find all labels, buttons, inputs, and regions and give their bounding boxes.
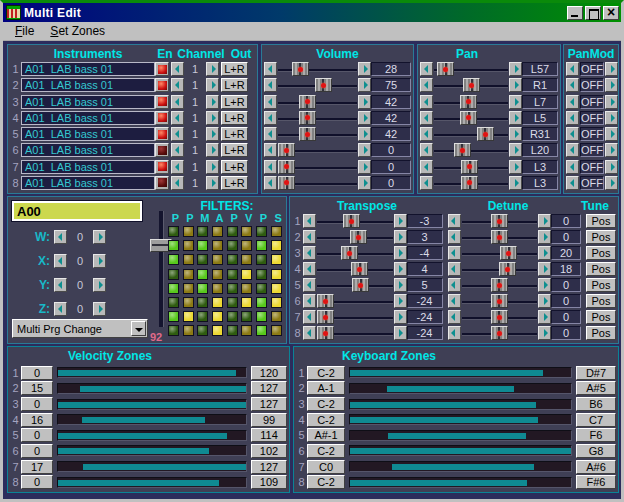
- panmod-increment-button[interactable]: [605, 62, 618, 76]
- minimize-button[interactable]: [567, 6, 583, 20]
- enable-led-button[interactable]: [155, 111, 169, 125]
- transpose-increment-button[interactable]: [394, 262, 407, 276]
- filter-led[interactable]: [271, 269, 282, 280]
- filter-led[interactable]: [256, 254, 267, 265]
- pan-slider-thumb[interactable]: [454, 143, 471, 157]
- tune-pos-button[interactable]: Pos: [586, 214, 616, 228]
- volume-increment-button[interactable]: [358, 78, 371, 92]
- filter-led[interactable]: [197, 254, 208, 265]
- output-button[interactable]: L+R: [221, 143, 248, 157]
- filter-led[interactable]: [183, 240, 194, 251]
- transpose-increment-button[interactable]: [394, 214, 407, 228]
- detune-slider[interactable]: [462, 277, 538, 293]
- instrument-name-field[interactable]: A01 LAB bass 01: [21, 111, 155, 125]
- axis-increment-button[interactable]: [93, 254, 106, 268]
- output-button[interactable]: L+R: [221, 127, 248, 141]
- volume-slider[interactable]: [278, 126, 357, 142]
- filter-led[interactable]: [271, 297, 282, 308]
- panmod-increment-button[interactable]: [605, 78, 618, 92]
- transpose-decrement-button[interactable]: [303, 310, 316, 324]
- detune-increment-button[interactable]: [538, 230, 551, 244]
- volume-decrement-button[interactable]: [264, 62, 277, 76]
- keyboard-low-note-button[interactable]: C-2: [307, 475, 345, 489]
- panmod-increment-button[interactable]: [605, 160, 618, 174]
- detune-decrement-button[interactable]: [448, 230, 461, 244]
- filter-led[interactable]: [256, 240, 267, 251]
- pan-slider-thumb[interactable]: [461, 176, 478, 190]
- keyboard-high-note-button[interactable]: A#5: [576, 381, 616, 395]
- channel-increment-button[interactable]: [206, 95, 219, 109]
- filter-led[interactable]: [183, 254, 194, 265]
- panmod-increment-button[interactable]: [605, 127, 618, 141]
- enable-led-button[interactable]: [155, 62, 169, 76]
- pan-slider-thumb[interactable]: [461, 160, 478, 174]
- filter-led[interactable]: [197, 297, 208, 308]
- filter-led[interactable]: [212, 325, 223, 336]
- filter-led[interactable]: [256, 269, 267, 280]
- velocity-zone-bar[interactable]: [58, 433, 227, 439]
- transpose-decrement-button[interactable]: [303, 278, 316, 292]
- detune-decrement-button[interactable]: [448, 294, 461, 308]
- keyboard-high-note-button[interactable]: B6: [576, 397, 616, 411]
- detune-slider-thumb[interactable]: [500, 246, 517, 260]
- detune-slider-thumb[interactable]: [491, 230, 508, 244]
- channel-increment-button[interactable]: [206, 160, 219, 174]
- velocity-high-button[interactable]: 127: [251, 381, 287, 395]
- pan-increment-button[interactable]: [509, 95, 522, 109]
- output-button[interactable]: L+R: [221, 78, 248, 92]
- panmod-decrement-button[interactable]: [566, 62, 579, 76]
- pan-decrement-button[interactable]: [420, 95, 433, 109]
- keyboard-zone-bar[interactable]: [392, 464, 535, 470]
- enable-led-button[interactable]: [155, 78, 169, 92]
- detune-increment-button[interactable]: [538, 278, 551, 292]
- keyboard-zone-bar[interactable]: [350, 448, 571, 454]
- filter-led[interactable]: [227, 311, 238, 322]
- pan-decrement-button[interactable]: [420, 62, 433, 76]
- transpose-slider[interactable]: [317, 261, 393, 277]
- filter-led[interactable]: [197, 311, 208, 322]
- panmod-increment-button[interactable]: [605, 111, 618, 125]
- filter-led[interactable]: [197, 269, 208, 280]
- velocity-low-button[interactable]: 17: [21, 460, 53, 474]
- channel-decrement-button[interactable]: [171, 78, 184, 92]
- channel-decrement-button[interactable]: [171, 95, 184, 109]
- output-button[interactable]: L+R: [221, 95, 248, 109]
- transpose-slider[interactable]: [317, 229, 393, 245]
- instrument-name-field[interactable]: A01 LAB bass 01: [21, 176, 155, 190]
- volume-increment-button[interactable]: [358, 127, 371, 141]
- channel-decrement-button[interactable]: [171, 62, 184, 76]
- transpose-increment-button[interactable]: [394, 230, 407, 244]
- filter-led[interactable]: [183, 325, 194, 336]
- transpose-slider-thumb[interactable]: [343, 214, 360, 228]
- filter-led[interactable]: [241, 254, 252, 265]
- detune-increment-button[interactable]: [538, 262, 551, 276]
- panmod-increment-button[interactable]: [605, 176, 618, 190]
- pan-slider[interactable]: [434, 61, 508, 77]
- detune-increment-button[interactable]: [538, 246, 551, 260]
- detune-slider-thumb[interactable]: [491, 294, 508, 308]
- filter-led[interactable]: [168, 226, 179, 237]
- axis-increment-button[interactable]: [93, 302, 106, 316]
- filter-led[interactable]: [256, 311, 267, 322]
- velocity-high-button[interactable]: 109: [251, 475, 287, 489]
- keyboard-low-note-button[interactable]: C0: [307, 460, 345, 474]
- volume-decrement-button[interactable]: [264, 95, 277, 109]
- transpose-slider[interactable]: [317, 213, 393, 229]
- detune-increment-button[interactable]: [538, 310, 551, 324]
- output-button[interactable]: L+R: [221, 62, 248, 76]
- pan-slider[interactable]: [434, 175, 508, 191]
- filter-led[interactable]: [197, 226, 208, 237]
- filter-led[interactable]: [227, 283, 238, 294]
- filter-led[interactable]: [227, 297, 238, 308]
- detune-decrement-button[interactable]: [448, 262, 461, 276]
- detune-decrement-button[interactable]: [448, 214, 461, 228]
- filter-led[interactable]: [271, 254, 282, 265]
- filter-led[interactable]: [241, 297, 252, 308]
- channel-increment-button[interactable]: [206, 78, 219, 92]
- volume-slider-thumb[interactable]: [278, 176, 295, 190]
- keyboard-low-note-button[interactable]: C-2: [307, 413, 345, 427]
- detune-decrement-button[interactable]: [448, 326, 461, 340]
- transpose-slider[interactable]: [317, 293, 393, 309]
- volume-increment-button[interactable]: [358, 62, 371, 76]
- tune-pos-button[interactable]: Pos: [586, 310, 616, 324]
